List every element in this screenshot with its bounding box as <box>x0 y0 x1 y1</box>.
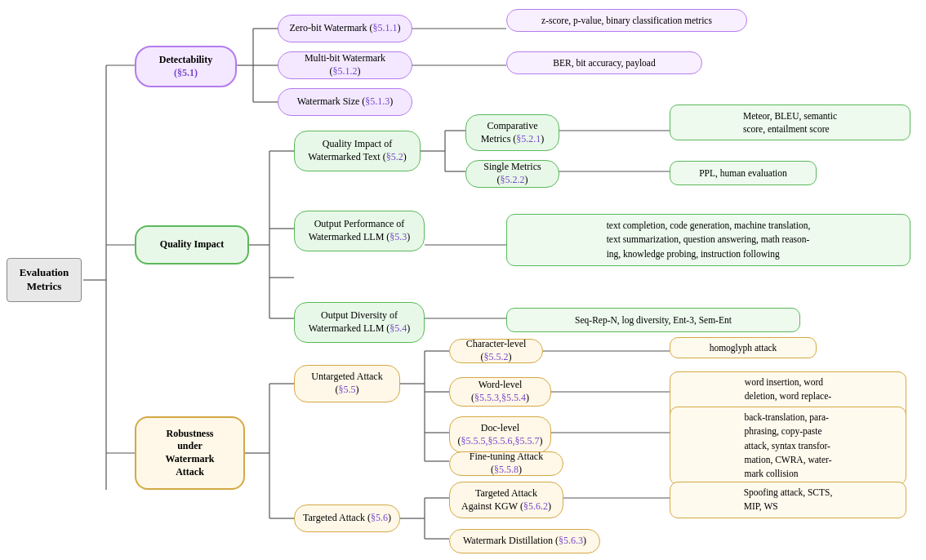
output-performance-desc: text completion, code generation, machin… <box>506 214 910 266</box>
char-desc: homoglyph attack <box>670 337 817 358</box>
doc-level-label: Doc-level(§5.5.5,§5.5.6,§5.5.7) <box>458 422 543 447</box>
watermark-distill-node: Watermark Distillation (§5.6.3) <box>449 529 600 553</box>
multi-bit-label: Multi-bit Watermark (§5.1.2) <box>288 52 402 78</box>
targeted-kgw-label: Targeted AttackAgainst KGW (§5.6.2) <box>461 487 551 513</box>
root-label: Evaluation Metrics <box>20 266 69 294</box>
single-desc: PPL, human evaluation <box>670 161 817 185</box>
zero-bit-label: Zero-bit Watermark (§5.1.1) <box>289 22 400 35</box>
output-diversity-desc-label: Seq-Rep-N, log diversity, Ent-3, Sem-Ent <box>575 313 732 327</box>
multi-bit-desc-label: BER, bit accuracy, payload <box>553 56 655 69</box>
root-node: Evaluation Metrics <box>7 258 82 302</box>
doc-desc-label: back-translation, para-phrasing, copy-pa… <box>744 411 831 481</box>
detectability-label: Detectability(§5.1) <box>159 54 212 79</box>
untargeted-attack-node: Untargeted Attack (§5.5) <box>294 365 400 402</box>
quality-impact-label: Quality Impact <box>160 238 224 251</box>
kgw-desc-label: Spoofing attack, SCTS,MIP, WS <box>744 486 833 514</box>
multi-bit-node: Multi-bit Watermark (§5.1.2) <box>278 51 412 79</box>
doc-level-node: Doc-level(§5.5.5,§5.5.6,§5.5.7) <box>449 416 551 453</box>
comparative-desc: Meteor, BLEU, semanticscore, entailment … <box>670 104 910 140</box>
output-diversity-label: Output Diversity ofWatermarked LLM (§5.4… <box>309 309 411 335</box>
multi-bit-desc: BER, bit accuracy, payload <box>506 51 702 74</box>
zero-bit-node: Zero-bit Watermark (§5.1.1) <box>278 15 412 42</box>
character-level-node: Character-level (§5.5.2) <box>449 339 543 363</box>
output-diversity-node: Output Diversity ofWatermarked LLM (§5.4… <box>294 302 425 343</box>
kgw-desc: Spoofing attack, SCTS,MIP, WS <box>670 482 906 518</box>
output-performance-node: Output Performance ofWatermarked LLM (§5… <box>294 211 425 251</box>
single-metrics-label: Single Metrics (§5.2.2) <box>474 161 550 186</box>
char-desc-label: homoglyph attack <box>710 341 777 354</box>
quality-watermarked-label: Quality Impact ofWatermarked Text (§5.2) <box>308 138 406 163</box>
word-level-node: Word-level (§5.5.3,§5.5.4) <box>449 377 551 407</box>
watermark-distill-label: Watermark Distillation (§5.6.3) <box>463 535 586 548</box>
detectability-node: Detectability(§5.1) <box>135 46 237 87</box>
output-performance-desc-label: text completion, code generation, machin… <box>607 219 811 261</box>
targeted-kgw-node: Targeted AttackAgainst KGW (§5.6.2) <box>449 482 563 518</box>
robustness-node: RobustnessunderWatermarkAttack <box>135 416 245 490</box>
doc-desc: back-translation, para-phrasing, copy-pa… <box>670 407 906 485</box>
targeted-attack-node: Targeted Attack (§5.6) <box>294 504 400 532</box>
single-desc-label: PPL, human evaluation <box>699 167 787 180</box>
watermark-size-node: Watermark Size (§5.1.3) <box>278 88 412 116</box>
word-level-label: Word-level (§5.5.3,§5.5.4) <box>458 379 542 404</box>
untargeted-attack-label: Untargeted Attack (§5.5) <box>303 371 391 396</box>
watermark-size-label: Watermark Size (§5.1.3) <box>297 96 394 109</box>
diagram-container: Evaluation Metrics Detectability(§5.1) Q… <box>0 0 926 560</box>
character-level-label: Character-level (§5.5.2) <box>458 338 534 363</box>
quality-impact-node: Quality Impact <box>135 225 249 264</box>
fine-tuning-node: Fine-tuning Attack (§5.5.8) <box>449 451 563 476</box>
fine-tuning-label: Fine-tuning Attack (§5.5.8) <box>458 451 554 476</box>
zero-bit-desc: z-score, p-value, binary classification … <box>506 9 747 32</box>
comparative-metrics-node: ComparativeMetrics (§5.2.1) <box>465 114 559 151</box>
comparative-desc-label: Meteor, BLEU, semanticscore, entailment … <box>743 109 837 136</box>
output-performance-label: Output Performance ofWatermarked LLM (§5… <box>309 218 411 243</box>
comparative-metrics-label: ComparativeMetrics (§5.2.1) <box>481 120 545 145</box>
zero-bit-desc-label: z-score, p-value, binary classification … <box>541 14 712 27</box>
single-metrics-node: Single Metrics (§5.2.2) <box>465 160 559 188</box>
robustness-label: RobustnessunderWatermarkAttack <box>166 428 215 478</box>
targeted-attack-label: Targeted Attack (§5.6) <box>303 512 391 525</box>
quality-watermarked-node: Quality Impact ofWatermarked Text (§5.2) <box>294 131 421 171</box>
output-diversity-desc: Seq-Rep-N, log diversity, Ent-3, Sem-Ent <box>506 308 800 332</box>
